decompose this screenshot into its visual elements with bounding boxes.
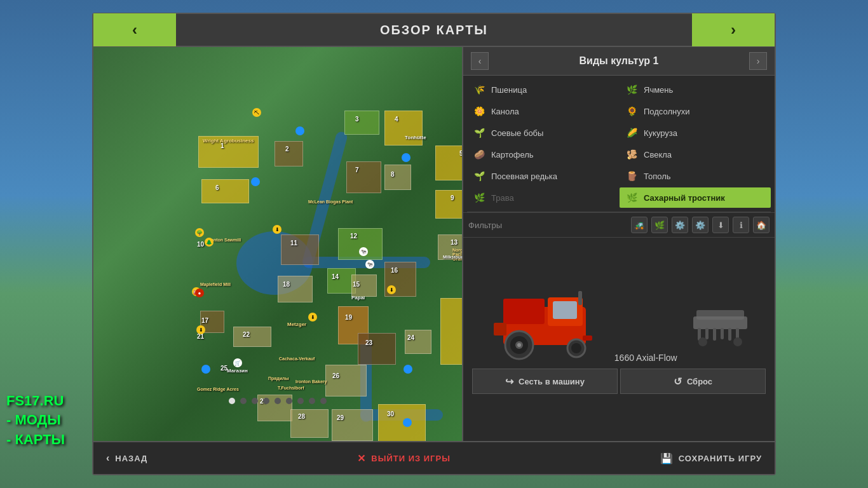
map-icon-yellow2: ⬇	[308, 313, 317, 322]
label-mclean: McLean Biogas Plant	[308, 200, 353, 204]
reset-vehicle-button[interactable]: ↺ Сброс	[620, 369, 766, 394]
crop-potato[interactable]: 🥔 Картофель	[467, 144, 618, 165]
crop-radish-icon: 🌱	[472, 169, 486, 183]
svg-rect-18	[721, 328, 724, 339]
label-shop: Магазин	[227, 368, 248, 374]
crop-canola[interactable]: 🌼 Канола	[467, 101, 618, 121]
crop-poplar[interactable]: 🪵 Тополь	[620, 166, 771, 186]
label-metzger: Metzger	[287, 322, 306, 327]
reset-label: Сброс	[687, 377, 712, 386]
field-num-26: 26	[332, 372, 339, 379]
crop-barley-label: Ячмень	[644, 85, 673, 95]
map-section: 1 2 3 4 5 6 7 8 9 10 11 12 13 14 15 16 1…	[93, 47, 462, 441]
field-num-23: 23	[365, 339, 372, 346]
crop-wheat-icon: 🌾	[472, 83, 486, 97]
label-fuchslborf: T.Fuchslborf	[278, 386, 304, 390]
dot-1[interactable]	[229, 398, 235, 404]
crop-soybeans-label: Соевые бобы	[491, 128, 543, 138]
bottom-nav: ‹ НАЗАД ✕ ВЫЙТИ ИЗ ИГРЫ 💾 СОХРАНИТЬ ИГРУ	[93, 452, 775, 464]
crop-sugarcane-icon: 🌿	[625, 191, 639, 205]
back-label: НАЗАД	[115, 454, 147, 463]
field-num-9: 9	[451, 194, 454, 201]
filter-gear2-icon[interactable]: ⚙️	[692, 217, 709, 233]
field-3	[344, 111, 379, 135]
crop-barley-icon: 🌿	[625, 83, 639, 97]
dot-5[interactable]	[275, 398, 281, 404]
back-button[interactable]: ‹ НАЗАД	[106, 452, 147, 464]
quit-icon: ✕	[357, 452, 366, 464]
header: ‹ ОБЗОР КАРТЫ ›	[93, 14, 775, 47]
field-num-8: 8	[391, 171, 395, 178]
header-next-button[interactable]: ›	[692, 13, 775, 46]
map-icon-blue3	[402, 153, 410, 162]
save-button[interactable]: 💾 СОХРАНИТЬ ИГРУ	[660, 452, 762, 464]
filters-section: Фильтры 🚜 🌿 ⚙️ ⚙️ ⬇ ℹ 🏠	[463, 212, 775, 238]
crop-grass[interactable]: 🌿 Трава	[467, 187, 618, 208]
label-maplefield: Maplefield Mill	[200, 282, 231, 287]
crop-barley[interactable]: 🌿 Ячмень	[620, 79, 771, 100]
action-buttons: ↪ Сесть в машину ↺ Сброс	[470, 369, 768, 394]
crop-sunflowers[interactable]: 🌻 Подсолнухи	[620, 101, 771, 121]
field-num-13: 13	[451, 239, 458, 246]
dot-4[interactable]	[263, 398, 269, 404]
field-8	[384, 165, 411, 190]
crop-sunflowers-icon: 🌻	[625, 104, 639, 118]
field-num-22: 22	[243, 331, 250, 338]
crops-prev-button[interactable]: ‹	[471, 52, 489, 70]
crop-beet[interactable]: 🫚 Свекла	[620, 144, 771, 165]
filter-download-icon[interactable]: ⬇	[712, 217, 729, 233]
crops-next-button[interactable]: ›	[749, 52, 767, 70]
svg-rect-17	[713, 328, 716, 341]
field-num-2: 2	[285, 146, 289, 152]
dot-8[interactable]	[309, 398, 315, 404]
vehicle-attachment	[690, 297, 754, 351]
svg-rect-14	[693, 316, 747, 329]
map-icon-sawmill2: 🌲	[205, 238, 214, 247]
svg-point-22	[733, 337, 742, 346]
quit-button[interactable]: ✕ ВЫЙТИ ИЗ ИГРЫ	[357, 452, 451, 464]
crop-corn[interactable]: 🌽 Кукуруза	[620, 123, 771, 143]
svg-rect-10	[494, 323, 506, 336]
field-4	[384, 111, 423, 146]
crop-soybeans[interactable]: 🌱 Соевые бобы	[467, 123, 618, 143]
vehicle-section: 1660 Axial-Flow	[463, 238, 775, 441]
crop-poplar-label: Тополь	[644, 172, 671, 181]
filter-plant-icon[interactable]: 🌿	[651, 217, 668, 233]
header-prev-button[interactable]: ‹	[93, 13, 176, 46]
map-icon-yellow3: ⬇	[387, 285, 396, 294]
enter-vehicle-button[interactable]: ↪ Сесть в машину	[472, 369, 618, 394]
field-2	[275, 141, 303, 166]
content-area: 1 2 3 4 5 6 7 8 9 10 11 12 13 14 15 16 1…	[93, 47, 775, 441]
field-num-29: 29	[337, 414, 344, 421]
vehicle-display: 1660 Axial-Flow	[470, 285, 768, 363]
crop-radish[interactable]: 🌱 Посевная редька	[467, 166, 618, 186]
filter-tractor-icon[interactable]: 🚜	[631, 217, 648, 233]
field-num-12: 12	[350, 233, 357, 240]
crop-soybeans-icon: 🌱	[472, 126, 486, 140]
map-icon-sawmill: 🌳	[195, 228, 204, 237]
dot-9[interactable]	[320, 398, 327, 404]
enter-label: Сесть в машину	[519, 377, 585, 386]
filter-gear1-icon[interactable]: ⚙️	[672, 217, 688, 233]
filter-home-icon[interactable]: 🏠	[753, 217, 770, 233]
svg-rect-2	[553, 301, 577, 319]
dot-7[interactable]	[297, 398, 304, 404]
map-icon-blue2	[295, 126, 304, 135]
field-20	[440, 298, 462, 365]
field-23	[358, 333, 396, 365]
field-18	[278, 276, 313, 302]
crop-sugarcane[interactable]: 🌿 Сахарный тростник	[620, 187, 771, 208]
enter-icon: ↪	[505, 376, 513, 388]
crop-sugarcane-label: Сахарный тростник	[644, 193, 725, 203]
svg-point-21	[698, 337, 707, 346]
bottom-bar: ‹ НАЗАД ✕ ВЫЙТИ ИЗ ИГРЫ 💾 СОХРАНИТЬ ИГРУ	[93, 441, 775, 474]
dot-2[interactable]	[240, 398, 247, 404]
dot-3[interactable]	[252, 398, 258, 404]
filter-info-icon[interactable]: ℹ	[733, 217, 749, 233]
dot-indicators	[93, 398, 462, 404]
svg-point-7	[571, 343, 581, 353]
crop-wheat[interactable]: 🌾 Пшеница	[467, 79, 618, 100]
map-icon-blue7	[403, 418, 412, 427]
dot-6[interactable]	[286, 398, 292, 404]
field-26	[325, 365, 367, 396]
